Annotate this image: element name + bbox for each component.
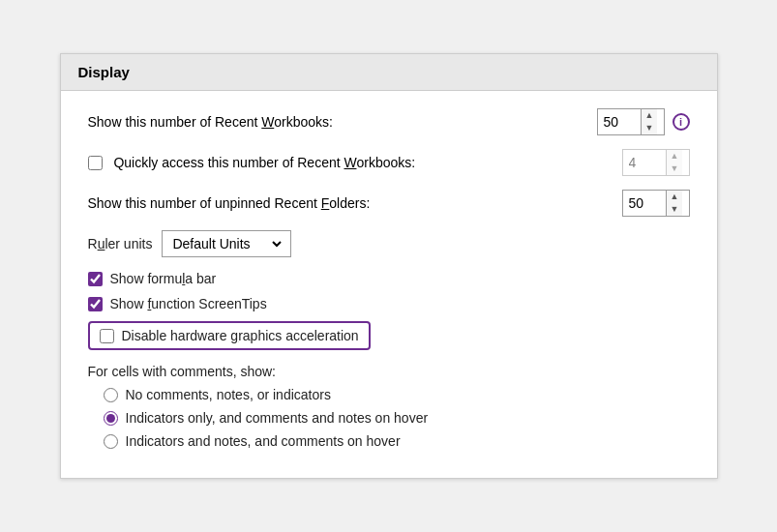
- radio-indicators-notes[interactable]: [104, 434, 118, 449]
- ruler-select[interactable]: Default Units Inches Centimeters Millime…: [168, 235, 284, 252]
- radio-indicators-notes-label: Indicators and notes, and comments on ho…: [126, 433, 401, 449]
- recent-folders-up[interactable]: ▲: [667, 191, 683, 203]
- quick-access-spinbox[interactable]: 4 ▲ ▼: [622, 149, 690, 176]
- panel-body: Show this number of Recent Workbooks: 50…: [61, 91, 717, 478]
- recent-workbooks-row: Show this number of Recent Workbooks: 50…: [88, 108, 690, 135]
- radio-no-comments[interactable]: [104, 388, 118, 402]
- quick-access-row: Quickly access this number of Recent Wor…: [88, 149, 690, 176]
- disable-hardware-checkbox[interactable]: [100, 329, 114, 343]
- radio-indicators-only-label: Indicators only, and comments and notes …: [126, 410, 429, 426]
- recent-workbooks-spin-buttons[interactable]: ▲ ▼: [641, 109, 658, 134]
- show-formula-bar-row: Show formula bar: [88, 271, 690, 286]
- radio-row-2: Indicators only, and comments and notes …: [88, 410, 690, 426]
- recent-workbooks-down[interactable]: ▼: [642, 122, 658, 134]
- ruler-label: Ruler units: [88, 236, 153, 251]
- ruler-select-container[interactable]: Default Units Inches Centimeters Millime…: [162, 230, 291, 257]
- recent-folders-spinbox[interactable]: 50 ▲ ▼: [622, 190, 690, 217]
- display-panel: Display Show this number of Recent Workb…: [60, 53, 718, 479]
- recent-folders-row: Show this number of unpinned Recent Fold…: [88, 190, 690, 217]
- quick-access-label: Quickly access this number of Recent Wor…: [88, 155, 622, 171]
- recent-workbooks-info-icon[interactable]: i: [672, 113, 690, 131]
- radio-row-3: Indicators and notes, and comments on ho…: [88, 433, 690, 449]
- radio-indicators-only[interactable]: [104, 411, 118, 426]
- disable-hardware-label: Disable hardware graphics acceleration: [122, 328, 359, 343]
- comments-section: For cells with comments, show: No commen…: [88, 364, 690, 449]
- recent-folders-input[interactable]: 50: [623, 191, 666, 216]
- quick-access-spin-buttons[interactable]: ▲ ▼: [666, 150, 683, 175]
- panel-title: Display: [61, 54, 717, 91]
- comments-title: For cells with comments, show:: [88, 364, 690, 379]
- recent-workbooks-spinbox[interactable]: 50 ▲ ▼: [597, 108, 665, 135]
- quick-access-checkbox[interactable]: [88, 156, 103, 170]
- recent-folders-label: Show this number of unpinned Recent Fold…: [88, 195, 622, 211]
- show-screentips-checkbox[interactable]: [88, 297, 103, 311]
- quick-access-down[interactable]: ▼: [667, 163, 683, 175]
- disable-hardware-row: Disable hardware graphics acceleration: [88, 321, 371, 350]
- recent-workbooks-label: Show this number of Recent Workbooks:: [88, 114, 597, 130]
- recent-folders-spin-buttons[interactable]: ▲ ▼: [666, 191, 683, 216]
- radio-row-1: No comments, notes, or indicators: [88, 387, 690, 402]
- radio-no-comments-label: No comments, notes, or indicators: [126, 387, 331, 402]
- show-formula-bar-checkbox[interactable]: [88, 272, 103, 286]
- show-screentips-label: Show function ScreenTips: [110, 296, 267, 311]
- show-screentips-row: Show function ScreenTips: [88, 296, 690, 311]
- recent-workbooks-up[interactable]: ▲: [642, 109, 658, 122]
- show-formula-bar-label: Show formula bar: [110, 271, 217, 286]
- recent-workbooks-input[interactable]: 50: [598, 109, 641, 134]
- ruler-row: Ruler units Default Units Inches Centime…: [88, 230, 690, 257]
- quick-access-up[interactable]: ▲: [667, 150, 683, 163]
- quick-access-input[interactable]: 4: [623, 150, 666, 175]
- recent-folders-down[interactable]: ▼: [667, 203, 683, 216]
